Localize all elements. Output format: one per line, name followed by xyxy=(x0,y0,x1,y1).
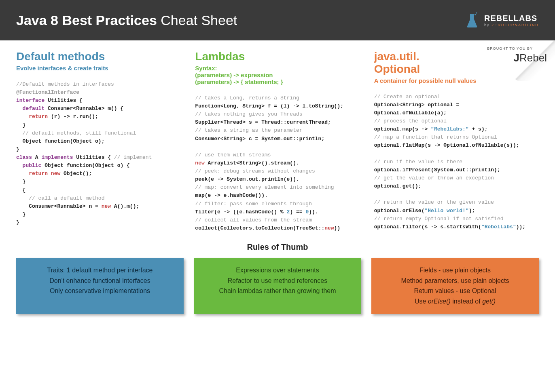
col2-title: Lambdas xyxy=(195,51,360,63)
svg-point-0 xyxy=(475,14,476,15)
logo-bottom: by ZEROTURNAROUND xyxy=(484,23,539,27)
column-default-methods: Default methods Evolve interfaces & crea… xyxy=(16,51,181,232)
page-title: Java 8 Best Practices Cheat Sheet xyxy=(16,13,237,28)
col1-title: Default methods xyxy=(16,51,181,63)
code-block-2: // takes a Long, returns a String Functi… xyxy=(195,94,360,232)
column-lambdas: Lambdas Syntax: (parameters) -> expressi… xyxy=(195,51,360,232)
brought-by: BROUGHT TO YOU BY xyxy=(487,46,533,51)
title-light: Cheat Sheet xyxy=(157,13,237,28)
code-block-1: //Default methods in interfaces @Functio… xyxy=(16,80,181,227)
header: Java 8 Best Practices Cheat Sheet REBELL… xyxy=(0,0,555,40)
columns: Default methods Evolve interfaces & crea… xyxy=(16,51,539,232)
rebellabs-logo: REBELLABS by ZEROTURNAROUND xyxy=(464,12,539,28)
rules-boxes: Traits: 1 default method per interface D… xyxy=(16,258,539,314)
title-bold: Java 8 Best Practices xyxy=(16,13,157,28)
rebellabs-text: REBELLABS by ZEROTURNAROUND xyxy=(484,14,539,27)
logo-top: REBELLABS xyxy=(484,14,539,23)
rules-heading: Rules of Thumb xyxy=(16,242,539,252)
col1-subtitle: Evolve interfaces & create traits xyxy=(16,65,181,72)
rule-box-optional: Fields - use plain objects Method parame… xyxy=(371,258,539,314)
flask-icon xyxy=(464,12,480,28)
content: BROUGHT TO YOU BY JRebel Default methods… xyxy=(0,40,555,330)
col2-subtitle: Syntax: (parameters) -> expression (para… xyxy=(195,65,360,85)
rule-box-default: Traits: 1 default method per interface D… xyxy=(16,258,184,314)
svg-point-1 xyxy=(476,13,477,14)
rule-box-lambdas: Expressions over statements Refactor to … xyxy=(194,258,361,314)
jrebel-logo: JRebel xyxy=(514,52,547,64)
